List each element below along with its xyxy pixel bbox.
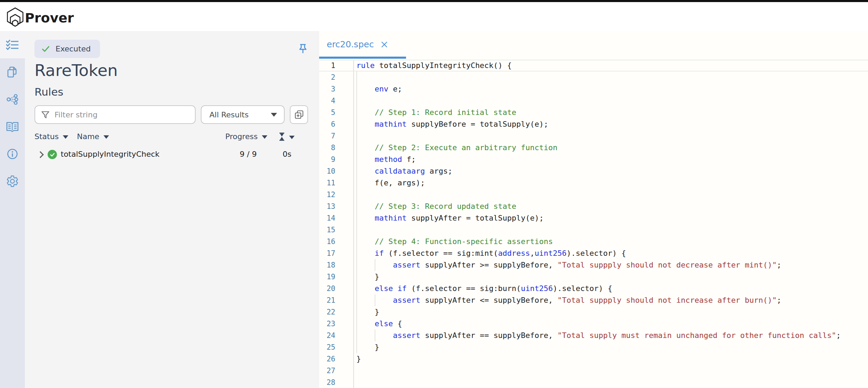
line-number: 19 (319, 271, 335, 283)
code-line: 24 assert supplyAfter == supplyBefore, "… (319, 330, 868, 341)
line-number: 26 (319, 353, 335, 365)
code-line: 2 (319, 71, 868, 83)
line-number: 9 (319, 154, 335, 165)
code-line: 16 // Step 4: Function-specific assertio… (319, 236, 868, 248)
line-number: 10 (319, 165, 335, 177)
gear-icon (6, 175, 19, 188)
sort-caret-icon (289, 136, 295, 139)
line-number: 12 (319, 189, 335, 201)
results-filter-dropdown[interactable]: All Results (201, 105, 285, 124)
check-icon (41, 44, 50, 54)
line-number: 20 (319, 283, 335, 294)
indent-guide (375, 294, 375, 306)
rule-status-icon (48, 150, 57, 159)
duplicate-tab-button[interactable] (290, 105, 308, 124)
checklist-icon (6, 39, 19, 50)
icon-rail (0, 31, 25, 388)
code-line: 9 method f; (319, 154, 868, 165)
code-line: 8 // Step 2: Execute an arbitrary functi… (319, 142, 868, 154)
code-line: 21 assert supplyAfter <= supplyBefore, "… (319, 294, 868, 306)
line-number: 27 (319, 365, 335, 377)
code-line: 28 (319, 377, 868, 388)
active-tab-indicator (319, 57, 406, 59)
app-title: Prover (25, 10, 74, 26)
tab-erc20-spec[interactable]: erc20.spec (327, 39, 388, 49)
indent-guide (375, 330, 375, 341)
code-line: 23 else { (319, 318, 868, 330)
code-line: 22 } (319, 306, 868, 318)
rule-row[interactable]: totalSupplyIntegrityCheck 9 / 9 0s (25, 149, 319, 162)
filter-input[interactable] (55, 110, 189, 119)
line-number: 21 (319, 294, 335, 306)
code-line: 3 env e; (319, 83, 868, 95)
status-badge-label: Executed (56, 45, 91, 53)
copy-plus-icon (294, 109, 304, 120)
sort-caret-icon (262, 135, 267, 139)
code-line: 27 (319, 365, 868, 377)
code-line: 19 } (319, 271, 868, 283)
line-number: 25 (319, 341, 335, 353)
code-line: 6 mathint supplyBefore = totalSupply(e); (319, 118, 868, 130)
rail-item-docs[interactable] (0, 113, 25, 140)
line-number: 4 (319, 95, 335, 107)
rail-item-settings[interactable] (0, 167, 25, 195)
line-number: 8 (319, 142, 335, 154)
code-line: 12 (319, 189, 868, 201)
code-line: 7 (319, 130, 868, 142)
rail-item-graph[interactable] (0, 86, 25, 113)
code-line: 14 mathint supplyAfter = totalSupply(e); (319, 212, 868, 224)
rail-item-info[interactable] (0, 140, 25, 167)
line-number: 24 (319, 330, 335, 341)
rule-name: totalSupplyIntegrityCheck (61, 150, 159, 158)
line-number: 15 (319, 224, 335, 236)
spec-editor: erc20.spec 1rule totalSupplyIntegrityChe… (319, 31, 868, 388)
line-number: 11 (319, 177, 335, 189)
rules-table-header: Status Name Progress (25, 132, 319, 143)
expand-chevron-icon[interactable] (38, 152, 43, 157)
line-number: 16 (319, 236, 335, 248)
column-header-name[interactable]: Name (77, 132, 109, 141)
prover-logo-icon (6, 7, 25, 28)
line-number: 17 (319, 248, 335, 259)
line-number: 22 (319, 306, 335, 318)
rail-item-rules[interactable] (0, 31, 25, 58)
page-title: RareToken (34, 61, 118, 80)
line-number: 5 (319, 107, 335, 118)
code-line: 26} (319, 353, 868, 365)
app-header: Prover (0, 2, 868, 31)
rules-heading: Rules (34, 86, 63, 98)
line-number: 2 (319, 71, 335, 83)
rule-progress: 9 / 9 (228, 150, 268, 158)
line-number: 13 (319, 201, 335, 212)
line-number: 14 (319, 212, 335, 224)
book-icon (6, 121, 19, 132)
line-number: 18 (319, 259, 335, 271)
code-line: 5 // Step 1: Record initial state (319, 107, 868, 118)
code-lines: 1rule totalSupplyIntegrityCheck() {23 en… (319, 60, 868, 388)
info-icon (7, 148, 18, 160)
code-line: 20 else if (f.selector == sig:burn(uint2… (319, 283, 868, 294)
sort-caret-icon (63, 135, 68, 139)
code-area[interactable]: 1rule totalSupplyIntegrityCheck() {23 en… (319, 60, 868, 388)
code-line: 1rule totalSupplyIntegrityCheck() { (319, 60, 868, 71)
indent-guide (375, 259, 375, 271)
copy-icon (7, 66, 18, 78)
column-header-duration[interactable] (279, 132, 295, 141)
column-header-status[interactable]: Status (34, 132, 68, 141)
code-line: 15 (319, 224, 868, 236)
sort-caret-icon (103, 135, 109, 139)
column-header-progress[interactable]: Progress (225, 132, 267, 141)
chevron-down-icon (271, 113, 277, 117)
pin-panel-button[interactable] (296, 43, 310, 57)
funnel-icon (41, 110, 50, 119)
rules-panel: Executed RareToken Rules All Results (25, 31, 319, 388)
pin-icon (297, 43, 309, 56)
line-number: 23 (319, 318, 335, 330)
app-window: Prover (0, 0, 868, 388)
share-icon (7, 94, 18, 105)
close-icon[interactable] (381, 41, 388, 48)
code-line: 17 if (f.selector == sig:mint(address,ui… (319, 248, 868, 259)
line-number: 28 (319, 377, 335, 388)
rail-item-files[interactable] (0, 58, 25, 86)
tab-label: erc20.spec (327, 39, 374, 49)
